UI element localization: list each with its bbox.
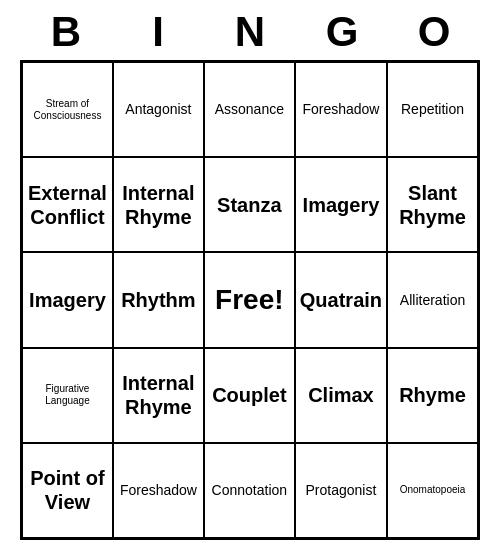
bingo-letter: I bbox=[118, 8, 198, 56]
bingo-cell: Free! bbox=[204, 252, 295, 347]
bingo-cell: Figurative Language bbox=[22, 348, 113, 443]
bingo-cell: Alliteration bbox=[387, 252, 478, 347]
bingo-grid: Stream of ConsciousnessAntagonistAssonan… bbox=[20, 60, 480, 540]
bingo-letter: G bbox=[302, 8, 382, 56]
bingo-cell: Imagery bbox=[22, 252, 113, 347]
bingo-cell: Onomatopoeia bbox=[387, 443, 478, 538]
bingo-cell: Antagonist bbox=[113, 62, 204, 157]
bingo-cell: Quatrain bbox=[295, 252, 387, 347]
bingo-letter: O bbox=[394, 8, 474, 56]
bingo-cell: Climax bbox=[295, 348, 387, 443]
bingo-cell: Imagery bbox=[295, 157, 387, 252]
bingo-cell: Stanza bbox=[204, 157, 295, 252]
bingo-cell: Foreshadow bbox=[113, 443, 204, 538]
bingo-cell: Couplet bbox=[204, 348, 295, 443]
bingo-cell: Rhyme bbox=[387, 348, 478, 443]
bingo-cell: Point of View bbox=[22, 443, 113, 538]
bingo-letter: N bbox=[210, 8, 290, 56]
bingo-header: BINGO bbox=[20, 0, 480, 60]
bingo-cell: External Conflict bbox=[22, 157, 113, 252]
bingo-cell: Internal Rhyme bbox=[113, 348, 204, 443]
bingo-cell: Slant Rhyme bbox=[387, 157, 478, 252]
bingo-cell: Repetition bbox=[387, 62, 478, 157]
bingo-cell: Assonance bbox=[204, 62, 295, 157]
bingo-letter: B bbox=[26, 8, 106, 56]
bingo-cell: Stream of Consciousness bbox=[22, 62, 113, 157]
bingo-cell: Foreshadow bbox=[295, 62, 387, 157]
bingo-cell: Protagonist bbox=[295, 443, 387, 538]
bingo-cell: Connotation bbox=[204, 443, 295, 538]
bingo-cell: Internal Rhyme bbox=[113, 157, 204, 252]
bingo-cell: Rhythm bbox=[113, 252, 204, 347]
